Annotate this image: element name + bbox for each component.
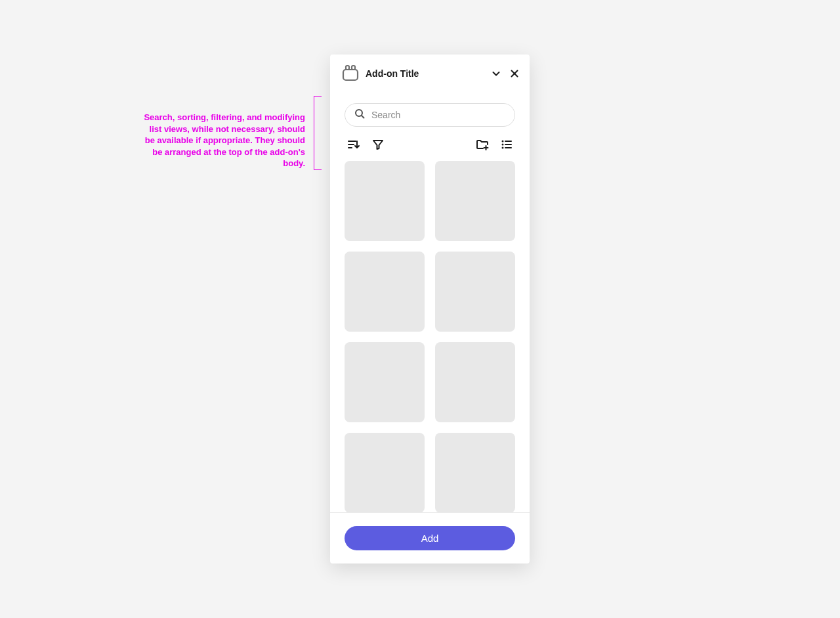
panel-footer: Add xyxy=(330,512,530,563)
panel-body xyxy=(330,90,530,512)
annotation-text: Search, sorting, filtering, and modifyin… xyxy=(141,112,305,169)
list-view-icon[interactable] xyxy=(501,139,513,150)
svg-rect-1 xyxy=(346,66,349,70)
panel-title: Add-on Title xyxy=(366,68,486,79)
svg-line-4 xyxy=(362,116,364,118)
grid-tile[interactable] xyxy=(435,252,515,332)
grid-tile[interactable] xyxy=(345,342,425,422)
addon-icon xyxy=(341,64,360,83)
search-input[interactable] xyxy=(371,110,505,120)
annotation-bracket xyxy=(314,96,322,170)
svg-point-11 xyxy=(502,144,504,146)
add-button[interactable]: Add xyxy=(345,526,515,550)
chevron-down-icon[interactable] xyxy=(492,69,501,78)
toolbar xyxy=(345,127,515,161)
folder-add-icon[interactable] xyxy=(476,139,489,150)
svg-rect-2 xyxy=(352,66,355,70)
filter-icon[interactable] xyxy=(372,139,384,150)
grid-tile[interactable] xyxy=(435,161,515,241)
content-grid xyxy=(345,161,515,512)
svg-point-10 xyxy=(502,141,504,143)
grid-tile[interactable] xyxy=(345,252,425,332)
svg-rect-0 xyxy=(343,70,358,80)
grid-tile[interactable] xyxy=(435,433,515,512)
search-field[interactable] xyxy=(345,103,515,127)
toolbar-left xyxy=(347,139,384,150)
grid-tile[interactable] xyxy=(435,342,515,422)
svg-point-12 xyxy=(502,147,504,149)
grid-tile[interactable] xyxy=(345,433,425,512)
sort-icon[interactable] xyxy=(347,139,360,150)
panel-header: Add-on Title xyxy=(330,55,530,90)
grid-tile[interactable] xyxy=(345,161,425,241)
header-actions xyxy=(492,69,519,78)
search-icon xyxy=(354,108,365,121)
addon-panel: Add-on Title xyxy=(330,55,530,563)
toolbar-right xyxy=(476,139,513,150)
close-icon[interactable] xyxy=(510,69,519,78)
